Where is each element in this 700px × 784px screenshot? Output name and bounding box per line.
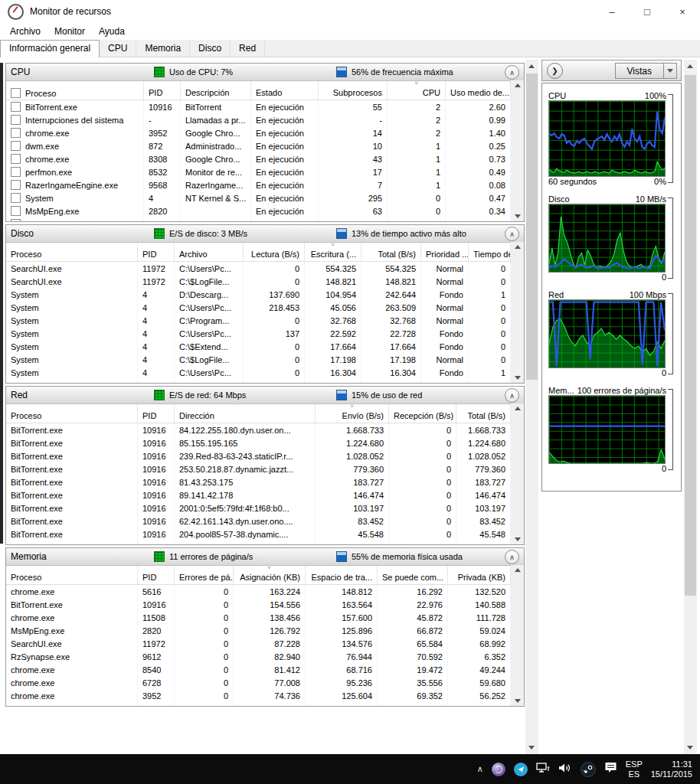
column-header[interactable]: PID [138,404,175,423]
table-row[interactable]: dwm.exe872Administrado...En ejecución101… [6,139,524,152]
table-row[interactable]: chrome.exe8308C:\Users\Pc...013.42013.42… [6,379,524,384]
table-row[interactable]: chrome.exe8540081.41268.71619.47249.244 [6,663,524,676]
table-row[interactable]: System4NT Kernel & S...En ejecución29500… [6,191,524,204]
table-row[interactable]: System4C:\$Extend...017.66417.664Fondo0 [6,340,524,353]
column-header[interactable]: Espacio de tra... [306,566,378,584]
row-checkbox[interactable] [11,219,21,222]
column-header[interactable]: PID [144,81,181,100]
volume-tray-icon[interactable] [558,763,572,776]
network-tray-icon[interactable] [536,762,550,776]
scroll-up-icon[interactable] [515,407,521,410]
row-checkbox[interactable] [11,206,21,216]
table-row[interactable]: BitTorrent.exe1091689.141.42.178146.4740… [6,488,524,501]
scrollbar-thumb[interactable] [526,74,538,380]
steam-tray-icon[interactable] [581,762,596,777]
tab-red[interactable]: Red [231,41,265,57]
column-header[interactable]: Total (B/s) [456,404,511,423]
row-checkbox[interactable] [11,102,21,112]
table-row[interactable]: chrome.exe3952074.736125.60469.35256.252 [6,689,524,702]
panel-vertical-scrollbar[interactable] [684,60,697,754]
table-row[interactable]: SearchUI.exe11972C:\$LogFile...0148.8211… [6,275,524,288]
menu-archivo[interactable]: Archivo [3,24,47,38]
row-checkbox[interactable] [11,193,21,203]
column-header[interactable]: Uso medio de... [446,81,511,100]
table-row[interactable]: MsMpEng.exe28200126.792125.89666.87259.0… [6,624,524,637]
column-header[interactable]: Proceso [6,404,138,423]
column-header[interactable]: Proceso [6,243,138,261]
main-vertical-scrollbar[interactable] [525,60,538,754]
column-header[interactable]: Recepción (B/s) [389,404,456,423]
disk-collapse-chevron-icon[interactable]: ∧ [505,227,519,241]
column-header[interactable]: PID [138,566,175,584]
table-row[interactable]: chrome.exe56160163.224148.81216.292132.5… [6,585,524,598]
disk-table-scrollbar[interactable] [511,242,524,383]
table-row[interactable]: SearchUI.exe11972087.228134.57665.58468.… [6,637,524,650]
tab-disco[interactable]: Disco [190,41,231,57]
views-button[interactable]: Vistas [615,63,677,79]
table-row[interactable]: chrome.exe8308Google Chro...En ejecución… [6,152,524,165]
scroll-down-icon[interactable] [515,699,521,703]
table-row[interactable]: BitTorrent.exe1091681.43.253.175183.7270… [6,475,524,488]
table-row[interactable]: Interrupciones del sistema-Llamadas a pr… [6,113,524,126]
cpu-table-scrollbar[interactable] [511,80,524,221]
scroll-up-icon[interactable] [687,64,693,68]
table-row[interactable]: BitTorrent.exe1091662.42.161.143.dyn.use… [6,514,524,528]
table-row[interactable]: perfmon.exe8532Monitor de re...En ejecuc… [6,165,524,178]
network-table-scrollbar[interactable] [511,403,524,544]
network-collapse-chevron-icon[interactable]: ∧ [505,388,519,403]
row-checkbox[interactable] [11,141,21,151]
row-checkbox[interactable] [11,115,21,125]
scroll-up-icon[interactable] [515,83,521,87]
column-header[interactable]: Errores de pá... [175,566,234,584]
table-row[interactable]: BitTorrent.exe1091685.155.195.1651.224.6… [6,436,524,449]
notifications-tray-icon[interactable] [604,762,617,776]
cpu-collapse-chevron-icon[interactable]: ∧ [505,65,519,80]
tab-cpu[interactable]: CPU [100,41,136,57]
clock[interactable]: 11:31 15/11/2015 [651,760,692,779]
table-row[interactable]: System4D:\Descarg...137.690104.954242.64… [6,288,524,301]
scroll-down-icon[interactable] [515,537,521,541]
minimize-button[interactable]: – [594,0,630,23]
column-header[interactable]: Tiempo de ... [469,243,511,261]
table-row[interactable]: chrome.exe11464Google Chro...En ejecució… [6,217,524,222]
table-row[interactable]: BitTorrent.exe10916BitTorrentEn ejecució… [6,100,524,113]
telegram-tray-icon[interactable] [514,763,528,776]
column-header[interactable]: Subprocesos [319,81,388,100]
column-header[interactable]: Privada (KB) [448,566,511,584]
table-row[interactable]: chrome.exe3952Google Chro...En ejecución… [6,126,524,139]
column-header[interactable]: Proceso [6,81,144,100]
table-row[interactable]: chrome.exe115080138.456157.60045.872111.… [6,611,524,624]
table-row[interactable]: RazerIngameEngine.exe9568RazerIngame...E… [6,178,524,191]
table-row[interactable]: chrome.exe6728077.00895.23635.55659.680 [6,676,524,689]
row-checkbox[interactable] [11,128,21,138]
scroll-down-icon[interactable] [515,376,521,380]
column-header[interactable]: Escritura (...˅ [305,243,361,261]
table-row[interactable]: BitTorrent.exe10916204.pool85-57-38.dyna… [6,528,524,541]
scroll-down-icon[interactable] [528,746,535,750]
column-header[interactable]: Descripción [181,81,251,100]
tab-informacion-general[interactable]: Información general [0,40,100,57]
select-all-checkbox[interactable] [11,88,21,98]
language-indicator[interactable]: ESP ES [626,760,643,779]
column-header[interactable]: Dirección [175,404,316,423]
column-header[interactable]: Envío (B/s)˅ [316,404,389,423]
table-row[interactable]: System4C:\Program...032.76832.768Normal0 [6,314,524,327]
table-row[interactable]: BitTorrent.exe109160154.556163.56422.976… [6,598,524,611]
column-header[interactable]: Archivo [175,243,244,261]
table-row[interactable]: System4C:\Users\Pc...218.45345.056263.50… [6,301,524,314]
column-header[interactable]: Proceso [6,566,138,584]
column-header[interactable]: Prioridad ... [421,243,469,261]
row-checkbox[interactable] [11,167,21,177]
column-header[interactable]: CPU˅ [388,81,446,100]
bittorrent-tray-icon[interactable] [492,763,505,776]
scroll-up-icon[interactable] [528,64,535,68]
table-row[interactable]: BitTorrent.exe109162001:0:5ef5:79fd:4f:1… [6,501,524,514]
disk-section-header[interactable]: Disco E/S de disco: 3 MB/s 13% de tiempo… [6,225,524,243]
collapse-panel-chevron-icon[interactable]: ❯ [547,63,563,79]
table-row[interactable]: SearchUI.exe11972C:\Users\Pc...0554.3255… [6,262,524,275]
column-header[interactable]: Asignación (KB)˅ [234,566,306,584]
column-header[interactable]: Se puede com... [378,566,448,584]
column-header[interactable]: Estado [251,81,319,100]
memory-collapse-chevron-icon[interactable]: ∧ [505,550,519,564]
network-section-header[interactable]: Red E/S de red: 64 Mbps 15% de uso de re… [6,387,524,404]
